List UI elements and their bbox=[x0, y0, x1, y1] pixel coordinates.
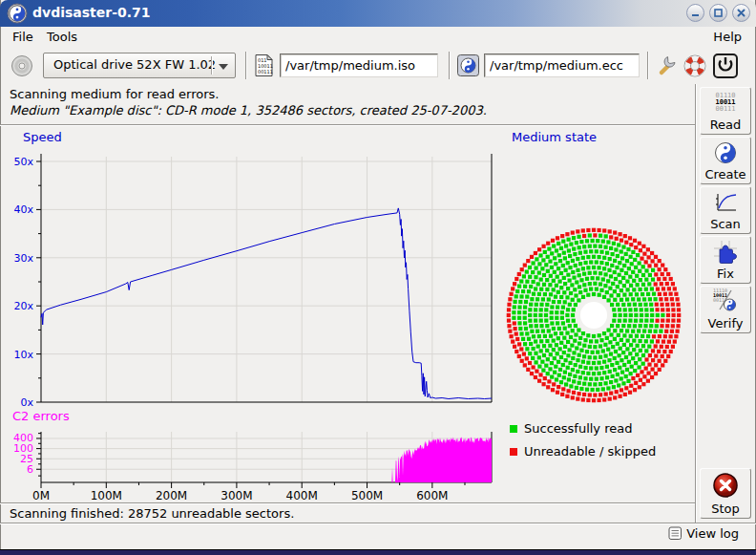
window-title: dvdisaster-0.71 bbox=[32, 5, 151, 20]
svg-text:0M: 0M bbox=[32, 489, 50, 502]
svg-text:400M: 400M bbox=[286, 489, 318, 502]
verify-label: Verify bbox=[708, 316, 744, 331]
app-window: dvdisaster-0.71 File Tools Help Optical … bbox=[0, 0, 756, 555]
fix-label: Fix bbox=[717, 267, 734, 281]
drive-selector-value: Optical drive 52X FW 1.02 bbox=[53, 57, 216, 72]
menu-tools[interactable]: Tools bbox=[41, 28, 83, 46]
stop-button[interactable]: Stop bbox=[700, 468, 751, 519]
verify-icon bbox=[712, 287, 739, 313]
menu-file[interactable]: File bbox=[7, 28, 39, 46]
scan-result-status: Scanning finished: 28752 unreadable sect… bbox=[10, 506, 294, 521]
lifebelt-icon bbox=[682, 53, 707, 78]
create-button[interactable]: Create bbox=[700, 137, 751, 184]
legend-unreadable-label: Unreadable / skipped bbox=[524, 444, 656, 459]
svg-text:20x: 20x bbox=[13, 300, 33, 312]
legend-item-unreadable: Unreadable / skipped bbox=[510, 444, 656, 459]
read-swatch bbox=[510, 425, 517, 433]
view-log-label: View log bbox=[686, 526, 739, 541]
svg-text:600M: 600M bbox=[416, 489, 448, 502]
preferences-button[interactable] bbox=[654, 53, 681, 78]
separator bbox=[0, 523, 756, 524]
separator bbox=[647, 52, 649, 79]
svg-text:00111: 00111 bbox=[258, 69, 273, 75]
minimize-button[interactable] bbox=[686, 4, 704, 22]
separator bbox=[211, 56, 213, 75]
legend-read-label: Successfully read bbox=[524, 421, 632, 436]
drive-button[interactable] bbox=[9, 53, 35, 78]
quit-button[interactable] bbox=[712, 53, 739, 78]
scan-button[interactable]: Scan bbox=[700, 186, 751, 234]
menu-help[interactable]: Help bbox=[707, 28, 747, 46]
drive-selector[interactable]: Optical drive 52X FW 1.02 bbox=[43, 53, 236, 78]
separator bbox=[245, 52, 247, 79]
ecc-file-input[interactable] bbox=[484, 53, 640, 77]
toolbar: Optical drive 52X FW 1.02 011 10011 0011… bbox=[1, 46, 755, 84]
read-button[interactable]: 011101001100111 Read bbox=[700, 87, 751, 135]
svg-text:50x: 50x bbox=[13, 156, 33, 168]
scan-chart-icon bbox=[713, 190, 738, 215]
minimize-icon bbox=[689, 7, 702, 19]
unreadable-swatch bbox=[510, 448, 517, 456]
cd-disc-icon bbox=[10, 53, 34, 78]
svg-text:0x: 0x bbox=[20, 396, 33, 409]
ecc-file-icon bbox=[456, 53, 480, 77]
read-icon: 011101001100111 bbox=[715, 93, 735, 113]
create-yinyang-icon bbox=[713, 140, 738, 165]
svg-text:30x: 30x bbox=[13, 252, 33, 265]
scan-label: Scan bbox=[710, 217, 741, 231]
wrench-icon bbox=[655, 53, 680, 78]
power-icon bbox=[712, 53, 739, 79]
fix-puzzle-icon bbox=[713, 240, 738, 265]
window-frame-bottom bbox=[0, 549, 756, 555]
image-file-input[interactable] bbox=[280, 53, 438, 77]
titlebar[interactable]: dvdisaster-0.71 bbox=[0, 0, 756, 27]
status-line-1: Scanning medium for read errors. bbox=[10, 87, 219, 101]
close-icon bbox=[735, 7, 747, 19]
fix-button[interactable]: Fix bbox=[700, 236, 751, 284]
help-button[interactable] bbox=[682, 53, 708, 78]
separator bbox=[449, 52, 451, 79]
svg-text:300M: 300M bbox=[220, 489, 252, 502]
svg-text:40x: 40x bbox=[13, 203, 33, 216]
maximize-button[interactable] bbox=[709, 4, 727, 22]
log-icon bbox=[668, 526, 682, 541]
close-button[interactable] bbox=[732, 4, 750, 22]
app-icon bbox=[7, 3, 28, 24]
legend-item-read: Successfully read bbox=[510, 421, 632, 436]
svg-text:400: 400 bbox=[13, 432, 33, 444]
maximize-icon bbox=[712, 7, 724, 19]
menubar: File Tools Help bbox=[1, 27, 755, 46]
create-label: Create bbox=[704, 167, 746, 181]
verify-button[interactable]: 111101001100111 Verify bbox=[700, 286, 751, 333]
view-log-button[interactable]: View log bbox=[668, 526, 739, 541]
svg-text:500M: 500M bbox=[351, 489, 383, 502]
stop-label: Stop bbox=[711, 502, 740, 516]
svg-text:100M: 100M bbox=[91, 489, 122, 502]
read-label: Read bbox=[710, 117, 742, 132]
chevron-down-icon bbox=[219, 64, 228, 70]
separator bbox=[0, 502, 695, 504]
separator bbox=[695, 84, 697, 523]
svg-text:10x: 10x bbox=[13, 349, 33, 361]
image-file-icon: 011 10011 00111 bbox=[252, 53, 276, 77]
status-line-2: Medium "Example disc": CD-R mode 1, 3524… bbox=[10, 103, 487, 117]
svg-text:200M: 200M bbox=[156, 489, 187, 502]
stop-icon bbox=[712, 472, 739, 499]
